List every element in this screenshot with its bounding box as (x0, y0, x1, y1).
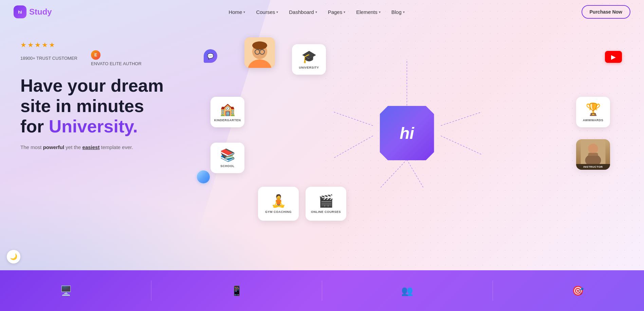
bottom-item-1: 🖥️ (60, 285, 72, 296)
title-line1: Have your dream (20, 76, 164, 95)
hero-section: ★ ★ ★ ★ ★ 18900+ TRUST CUSTOMER E ENVATO… (0, 24, 644, 241)
title-highlight: University. (49, 116, 138, 136)
play-shape: hi (380, 106, 434, 160)
star-3: ★ (35, 41, 41, 49)
star-2: ★ (27, 41, 34, 49)
hero-diagram: 💬 ▶ (190, 31, 624, 241)
nav-dashboard[interactable]: Dashboard▾ (289, 9, 317, 15)
sphere-decoration (197, 170, 210, 183)
center-logo: hi (380, 106, 434, 160)
school-icon: 📚 (220, 148, 235, 162)
envato-icon: E (91, 50, 100, 60)
svg-line-4 (441, 136, 482, 154)
card-school[interactable]: 📚 SCHOOL (210, 143, 244, 173)
nav-blog[interactable]: Blog▾ (391, 9, 405, 15)
svg-line-5 (380, 160, 407, 188)
title-line2: site in minutes (20, 96, 144, 116)
dark-mode-icon: 🌙 (10, 253, 17, 260)
center-logo-text: hi (400, 124, 414, 143)
subtitle-end: template ever. (99, 144, 133, 150)
instructor-overlay-label: INSTRUCTOR (576, 164, 610, 170)
dark-mode-toggle[interactable]: 🌙 (7, 250, 20, 263)
bottom-divider-2 (322, 280, 322, 301)
school-label: SCHOOL (220, 164, 235, 168)
svg-point-10 (252, 41, 267, 50)
card-kindergarten[interactable]: 🏫 KINDERGARTEN (210, 97, 244, 127)
star-rating: ★ ★ ★ ★ ★ (20, 41, 190, 49)
youtube-badge: ▶ (605, 51, 622, 63)
svg-line-6 (407, 160, 424, 188)
instructor-avatar-svg (576, 139, 610, 164)
nav-home[interactable]: Home▾ (228, 9, 245, 15)
bottom-item-2: 📱 (231, 285, 243, 296)
awwwards-icon: 🏆 (586, 102, 601, 116)
envato-badge: E ENVATO ELITE AUTHOR (91, 50, 142, 66)
star-5: ★ (49, 41, 55, 49)
card-instructor[interactable]: INSTRUCTOR (576, 139, 610, 170)
desktop-icon: 🖥️ (60, 285, 72, 296)
subtitle-mid: yet the (64, 144, 82, 150)
student-avatar-svg (244, 37, 275, 68)
student-avatar (244, 37, 275, 68)
nav-courses[interactable]: Courses▾ (256, 9, 278, 15)
logo-badge: hi (14, 5, 26, 18)
logo-badge-text: hi (18, 10, 22, 15)
subtitle-bold2: easiest (82, 144, 100, 150)
chat-bubble-icon: 💬 (204, 49, 217, 63)
hero-subtitle: The most powerful yet the easiest templa… (20, 143, 190, 151)
users-icon: 👥 (401, 285, 413, 296)
purchase-button[interactable]: Purchase Now (582, 5, 630, 19)
instructor-photo: INSTRUCTOR (576, 139, 610, 170)
nav-elements[interactable]: Elements▾ (356, 9, 381, 15)
envato-label: ENVATO ELITE AUTHOR (91, 61, 142, 66)
online-icon: 🎬 (318, 194, 334, 208)
svg-rect-17 (588, 153, 598, 156)
bottom-item-3: 👥 (401, 285, 413, 296)
nav-pages[interactable]: Pages▾ (328, 9, 346, 15)
title-line3-prefix: for (20, 116, 49, 136)
card-university[interactable]: 🎓 UNIVERSITY (292, 44, 326, 75)
navbar: hi Study Home▾ Courses▾ Dashboard▾ Pages… (0, 0, 644, 24)
mobile-icon: 📱 (231, 285, 243, 296)
trust-row: 18900+ TRUST CUSTOMER E ENVATO ELITE AUT… (20, 50, 190, 66)
gym-icon: 🧘 (271, 194, 286, 208)
nav-links: Home▾ Courses▾ Dashboard▾ Pages▾ Element… (228, 9, 404, 15)
trust-customers: 18900+ TRUST CUSTOMER (20, 56, 77, 61)
target-icon: 🎯 (572, 285, 584, 296)
university-icon: 🎓 (301, 50, 317, 64)
bottom-bar: 🖥️ 📱 👥 🎯 (0, 270, 644, 311)
svg-line-2 (334, 136, 373, 158)
subtitle-bold1: powerful (43, 144, 65, 150)
gym-label: GYM COACHING (265, 210, 292, 214)
trust-label: 18900+ TRUST CUSTOMER (20, 56, 77, 61)
card-awwwards[interactable]: 🏆 AWWWARDS (576, 97, 610, 127)
logo-link[interactable]: hi Study (14, 5, 52, 18)
kindergarten-label: KINDERGARTEN (214, 118, 241, 122)
star-4: ★ (42, 41, 48, 49)
hero-title: Have your dream site in minutes for Univ… (20, 76, 190, 136)
hero-content: ★ ★ ★ ★ ★ 18900+ TRUST CUSTOMER E ENVATO… (20, 31, 190, 151)
awwwards-label: AWWWARDS (583, 118, 604, 122)
svg-line-3 (441, 112, 482, 126)
logo-text: Study (29, 7, 52, 17)
bottom-divider-3 (493, 280, 493, 301)
card-gym[interactable]: 🧘 GYM COACHING (258, 187, 299, 221)
bottom-divider-1 (151, 280, 151, 301)
svg-line-1 (334, 112, 373, 126)
student-photo-card (244, 37, 275, 68)
card-online-courses[interactable]: 🎬 ONLINE COURSES (306, 187, 346, 221)
svg-point-15 (588, 144, 598, 153)
star-1: ★ (20, 41, 26, 49)
university-label: UNIVERSITY (299, 66, 319, 69)
bottom-item-4: 🎯 (572, 285, 584, 296)
subtitle-text: The most (20, 144, 43, 150)
online-label: ONLINE COURSES (311, 210, 341, 214)
kindergarten-icon: 🏫 (220, 102, 235, 116)
